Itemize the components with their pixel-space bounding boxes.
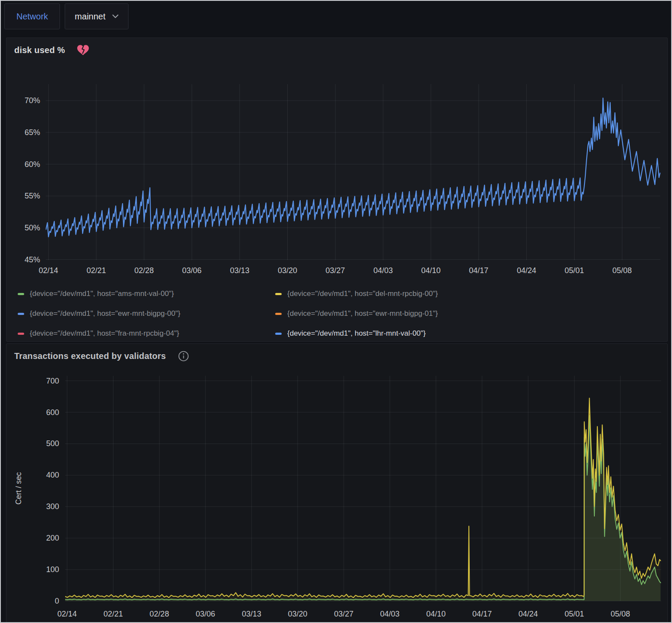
legend-label: {device="/dev/md1", host="ams-mnt-val-00…: [30, 289, 174, 298]
legend-color-chip: [275, 293, 282, 295]
x-tick-label: 02/28: [150, 610, 169, 618]
panel-header: Transactions executed by validators: [14, 348, 189, 364]
y-tick-label: 65%: [25, 128, 40, 137]
x-tick-label: 04/03: [380, 610, 399, 618]
legend-color-chip: [18, 333, 24, 335]
y-tick-label: 300: [46, 502, 59, 511]
x-tick-label: 03/27: [334, 610, 353, 618]
x-tick-label: 04/03: [374, 266, 393, 275]
legend-item[interactable]: {device="/dev/md1", host="ewr-mnt-bigpg-…: [275, 304, 438, 324]
y-tick-label: 50%: [25, 223, 40, 232]
transactions-chart[interactable]: 010020030040050060070002/1402/2102/2803/…: [6, 344, 667, 623]
dashboard-variables-bar: Network mainnet: [4, 3, 129, 29]
x-tick-label: 03/20: [288, 610, 308, 618]
x-tick-label: 05/08: [611, 610, 630, 618]
legend-label: {device="/dev/md1", host="lhr-mnt-val-00…: [287, 329, 426, 338]
x-tick-label: 02/14: [57, 610, 77, 618]
y-tick-label: 400: [46, 471, 59, 479]
y-tick-label: 45%: [25, 255, 40, 264]
y-tick-label: 55%: [25, 192, 40, 200]
series-line: [42, 98, 660, 237]
panel-transactions: Transactions executed by validators 0100…: [6, 343, 668, 623]
legend-item[interactable]: {device="/dev/md1", host="ams-mnt-val-00…: [18, 284, 275, 304]
y-tick-label: 200: [46, 534, 59, 542]
x-tick-label: 03/20: [278, 266, 297, 275]
legend-color-chip: [275, 313, 282, 315]
x-tick-label: 04/17: [469, 266, 488, 275]
legend-item[interactable]: {device="/dev/md1", host="lhr-mnt-val-00…: [275, 324, 438, 343]
disk-used-chart[interactable]: 45%50%55%60%65%70%02/1402/2102/2803/0603…: [6, 38, 667, 282]
series-fill: [65, 415, 661, 601]
x-tick-label: 05/01: [565, 610, 584, 618]
network-variable-dropdown[interactable]: mainnet: [65, 3, 128, 29]
x-tick-label: 04/24: [518, 610, 538, 618]
legend-color-chip: [275, 333, 282, 335]
legend-item[interactable]: {device="/dev/md1", host="ewr-mnt-bigpg-…: [18, 304, 275, 324]
y-tick-label: 600: [46, 408, 59, 417]
y-tick-label: 60%: [25, 160, 40, 169]
variable-label-network: Network: [4, 3, 60, 29]
x-tick-label: 03/13: [242, 610, 261, 618]
x-tick-label: 03/27: [326, 266, 345, 275]
y-axis-title: Cert / sec: [14, 472, 23, 504]
panel-title[interactable]: disk used %: [14, 45, 65, 55]
y-tick-label: 70%: [25, 96, 40, 105]
grafana-dashboard: Network mainnet disk used % 45%50%55%60%…: [0, 0, 672, 623]
x-tick-label: 04/24: [517, 266, 536, 275]
x-tick-label: 04/10: [421, 266, 440, 275]
x-tick-label: 03/13: [230, 266, 249, 275]
broken-heart-alert-icon[interactable]: [77, 45, 89, 56]
y-tick-label: 0: [55, 597, 59, 605]
series-line: [65, 415, 661, 600]
legend-item[interactable]: {device="/dev/md1", host="del-mnt-rpcbig…: [275, 284, 438, 304]
x-tick-label: 03/06: [182, 266, 201, 275]
x-tick-label: 02/14: [39, 266, 58, 275]
panel-title[interactable]: Transactions executed by validators: [14, 351, 166, 361]
x-tick-label: 04/17: [472, 610, 492, 618]
variable-value-text: mainnet: [75, 12, 105, 22]
panel-header: disk used %: [14, 42, 89, 58]
legend-color-chip: [18, 313, 24, 315]
y-tick-label: 500: [46, 439, 59, 448]
info-icon[interactable]: [178, 351, 189, 362]
chevron-down-icon: [112, 14, 119, 19]
legend-label: {device="/dev/md1", host="fra-mnt-rpcbig…: [30, 329, 179, 338]
x-tick-label: 02/28: [134, 266, 154, 275]
series-fill: [65, 398, 661, 601]
legend-item[interactable]: {device="/dev/md1", host="fra-mnt-rpcbig…: [18, 324, 275, 343]
series-line: [65, 398, 661, 598]
x-tick-label: 02/21: [104, 610, 123, 618]
x-tick-label: 03/06: [196, 610, 215, 618]
legend-color-chip: [18, 293, 24, 295]
variable-label-text: Network: [16, 12, 48, 22]
x-tick-label: 04/10: [426, 610, 446, 618]
y-tick-label: 100: [46, 565, 59, 574]
x-tick-label: 05/01: [565, 266, 584, 275]
panel-disk-used: disk used % 45%50%55%60%65%70%02/1402/21…: [6, 38, 668, 342]
legend-label: {device="/dev/md1", host="ewr-mnt-bigpg-…: [30, 309, 180, 318]
x-tick-label: 05/08: [612, 266, 632, 275]
y-tick-label: 700: [46, 377, 59, 385]
disk-used-legend: {device="/dev/md1", host="ams-mnt-val-00…: [18, 284, 438, 343]
x-tick-label: 02/21: [87, 266, 106, 275]
legend-label: {device="/dev/md1", host="ewr-mnt-bigpg-…: [287, 309, 438, 318]
legend-label: {device="/dev/md1", host="del-mnt-rpcbig…: [287, 289, 438, 298]
